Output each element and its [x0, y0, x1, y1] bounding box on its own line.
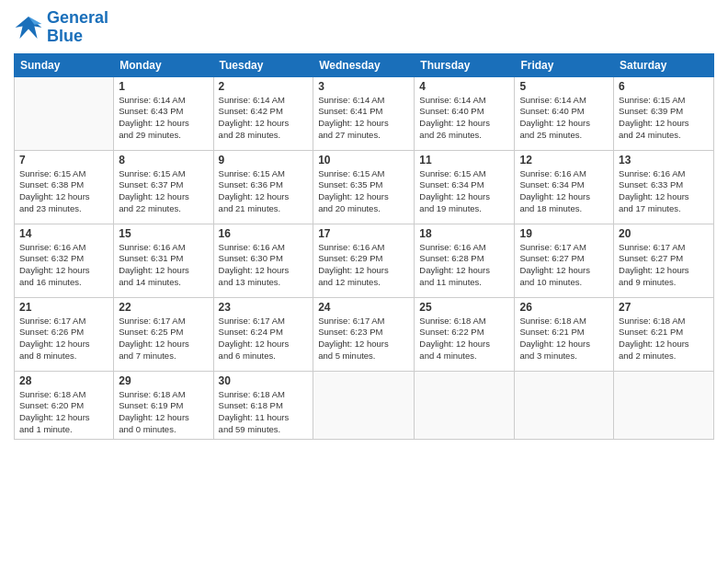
day-info: Sunrise: 6:15 AM Sunset: 6:34 PM Dayligh…: [419, 168, 509, 215]
day-number: 4: [419, 80, 509, 93]
weekday-header-row: SundayMondayTuesdayWednesdayThursdayFrid…: [15, 53, 714, 76]
calendar-cell: 17Sunrise: 6:16 AM Sunset: 6:29 PM Dayli…: [313, 224, 415, 297]
day-number: 16: [219, 227, 309, 240]
calendar-cell: 16Sunrise: 6:16 AM Sunset: 6:30 PM Dayli…: [213, 224, 313, 297]
day-info: Sunrise: 6:16 AM Sunset: 6:32 PM Dayligh…: [19, 242, 108, 289]
calendar-cell: 10Sunrise: 6:15 AM Sunset: 6:35 PM Dayli…: [313, 150, 415, 224]
day-info: Sunrise: 6:17 AM Sunset: 6:27 PM Dayligh…: [619, 242, 709, 289]
day-number: 28: [19, 374, 108, 387]
calendar-cell: 6Sunrise: 6:15 AM Sunset: 6:39 PM Daylig…: [614, 76, 714, 150]
day-info: Sunrise: 6:14 AM Sunset: 6:42 PM Dayligh…: [219, 95, 309, 142]
weekday-header-sunday: Sunday: [15, 53, 114, 76]
logo-text: General Blue: [47, 9, 108, 46]
day-info: Sunrise: 6:16 AM Sunset: 6:33 PM Dayligh…: [619, 168, 709, 215]
day-info: Sunrise: 6:17 AM Sunset: 6:25 PM Dayligh…: [119, 316, 208, 362]
day-info: Sunrise: 6:17 AM Sunset: 6:27 PM Dayligh…: [519, 242, 609, 289]
day-number: 23: [219, 301, 309, 314]
day-number: 6: [619, 80, 709, 93]
day-number: 19: [519, 227, 609, 240]
calendar: SundayMondayTuesdayWednesdayThursdayFrid…: [14, 53, 714, 440]
day-info: Sunrise: 6:15 AM Sunset: 6:36 PM Dayligh…: [219, 168, 309, 215]
day-info: Sunrise: 6:17 AM Sunset: 6:23 PM Dayligh…: [318, 316, 409, 362]
week-row-5: 28Sunrise: 6:18 AM Sunset: 6:20 PM Dayli…: [15, 371, 714, 439]
day-info: Sunrise: 6:16 AM Sunset: 6:34 PM Dayligh…: [519, 168, 609, 215]
calendar-cell: 15Sunrise: 6:16 AM Sunset: 6:31 PM Dayli…: [114, 224, 213, 297]
calendar-cell: 3Sunrise: 6:14 AM Sunset: 6:41 PM Daylig…: [313, 76, 415, 150]
calendar-cell: 4Sunrise: 6:14 AM Sunset: 6:40 PM Daylig…: [415, 76, 515, 150]
calendar-cell: 12Sunrise: 6:16 AM Sunset: 6:34 PM Dayli…: [515, 150, 614, 224]
calendar-cell: 2Sunrise: 6:14 AM Sunset: 6:42 PM Daylig…: [213, 76, 313, 150]
calendar-cell: 7Sunrise: 6:15 AM Sunset: 6:38 PM Daylig…: [15, 150, 114, 224]
calendar-cell: 19Sunrise: 6:17 AM Sunset: 6:27 PM Dayli…: [515, 224, 614, 297]
calendar-cell: 24Sunrise: 6:17 AM Sunset: 6:23 PM Dayli…: [313, 297, 415, 371]
day-number: 25: [419, 301, 509, 314]
calendar-cell: [415, 371, 515, 439]
day-info: Sunrise: 6:18 AM Sunset: 6:19 PM Dayligh…: [119, 389, 208, 436]
day-number: 15: [119, 227, 208, 240]
day-info: Sunrise: 6:16 AM Sunset: 6:28 PM Dayligh…: [419, 242, 509, 289]
weekday-header-thursday: Thursday: [415, 53, 515, 76]
day-number: 8: [119, 154, 208, 167]
calendar-cell: 11Sunrise: 6:15 AM Sunset: 6:34 PM Dayli…: [415, 150, 515, 224]
day-info: Sunrise: 6:17 AM Sunset: 6:24 PM Dayligh…: [219, 316, 309, 362]
day-info: Sunrise: 6:18 AM Sunset: 6:22 PM Dayligh…: [419, 316, 509, 362]
week-row-4: 21Sunrise: 6:17 AM Sunset: 6:26 PM Dayli…: [15, 297, 714, 371]
day-number: 5: [519, 80, 609, 93]
day-info: Sunrise: 6:14 AM Sunset: 6:40 PM Dayligh…: [419, 95, 509, 142]
day-number: 18: [419, 227, 509, 240]
calendar-cell: 1Sunrise: 6:14 AM Sunset: 6:43 PM Daylig…: [114, 76, 213, 150]
day-number: 1: [119, 80, 208, 93]
weekday-header-saturday: Saturday: [614, 53, 714, 76]
weekday-header-monday: Monday: [114, 53, 213, 76]
day-number: 22: [119, 301, 208, 314]
calendar-cell: 27Sunrise: 6:18 AM Sunset: 6:21 PM Dayli…: [614, 297, 714, 371]
day-number: 27: [619, 301, 709, 314]
calendar-cell: 26Sunrise: 6:18 AM Sunset: 6:21 PM Dayli…: [515, 297, 614, 371]
day-number: 10: [318, 154, 409, 167]
calendar-cell: 5Sunrise: 6:14 AM Sunset: 6:40 PM Daylig…: [515, 76, 614, 150]
day-number: 7: [19, 154, 108, 167]
day-number: 2: [219, 80, 309, 93]
calendar-cell: 18Sunrise: 6:16 AM Sunset: 6:28 PM Dayli…: [415, 224, 515, 297]
day-number: 24: [318, 301, 409, 314]
day-number: 3: [318, 80, 409, 93]
calendar-cell: 29Sunrise: 6:18 AM Sunset: 6:19 PM Dayli…: [114, 371, 213, 439]
day-number: 17: [318, 227, 409, 240]
day-info: Sunrise: 6:17 AM Sunset: 6:26 PM Dayligh…: [19, 316, 108, 362]
weekday-header-friday: Friday: [515, 53, 614, 76]
day-info: Sunrise: 6:15 AM Sunset: 6:39 PM Dayligh…: [619, 95, 709, 142]
calendar-cell: 20Sunrise: 6:17 AM Sunset: 6:27 PM Dayli…: [614, 224, 714, 297]
calendar-cell: 9Sunrise: 6:15 AM Sunset: 6:36 PM Daylig…: [213, 150, 313, 224]
day-number: 13: [619, 154, 709, 167]
day-number: 20: [619, 227, 709, 240]
day-info: Sunrise: 6:15 AM Sunset: 6:35 PM Dayligh…: [318, 168, 409, 215]
calendar-cell: [15, 76, 114, 150]
week-row-3: 14Sunrise: 6:16 AM Sunset: 6:32 PM Dayli…: [15, 224, 714, 297]
logo-icon: [14, 13, 43, 42]
calendar-cell: 28Sunrise: 6:18 AM Sunset: 6:20 PM Dayli…: [15, 371, 114, 439]
week-row-1: 1Sunrise: 6:14 AM Sunset: 6:43 PM Daylig…: [15, 76, 714, 150]
svg-marker-0: [16, 17, 42, 39]
calendar-cell: 23Sunrise: 6:17 AM Sunset: 6:24 PM Dayli…: [213, 297, 313, 371]
weekday-header-tuesday: Tuesday: [213, 53, 313, 76]
day-info: Sunrise: 6:18 AM Sunset: 6:21 PM Dayligh…: [619, 316, 709, 362]
weekday-header-wednesday: Wednesday: [313, 53, 415, 76]
calendar-cell: [515, 371, 614, 439]
calendar-cell: [614, 371, 714, 439]
day-info: Sunrise: 6:16 AM Sunset: 6:30 PM Dayligh…: [219, 242, 309, 289]
calendar-cell: 22Sunrise: 6:17 AM Sunset: 6:25 PM Dayli…: [114, 297, 213, 371]
header: General Blue: [14, 9, 714, 46]
calendar-cell: [313, 371, 415, 439]
day-info: Sunrise: 6:15 AM Sunset: 6:38 PM Dayligh…: [19, 168, 108, 215]
day-info: Sunrise: 6:18 AM Sunset: 6:21 PM Dayligh…: [519, 316, 609, 362]
day-info: Sunrise: 6:14 AM Sunset: 6:40 PM Dayligh…: [519, 95, 609, 142]
calendar-cell: 8Sunrise: 6:15 AM Sunset: 6:37 PM Daylig…: [114, 150, 213, 224]
calendar-cell: 21Sunrise: 6:17 AM Sunset: 6:26 PM Dayli…: [15, 297, 114, 371]
calendar-cell: 14Sunrise: 6:16 AM Sunset: 6:32 PM Dayli…: [15, 224, 114, 297]
calendar-cell: 13Sunrise: 6:16 AM Sunset: 6:33 PM Dayli…: [614, 150, 714, 224]
day-number: 26: [519, 301, 609, 314]
day-number: 30: [219, 374, 309, 387]
day-number: 14: [19, 227, 108, 240]
day-number: 11: [419, 154, 509, 167]
logo: General Blue: [14, 9, 108, 46]
